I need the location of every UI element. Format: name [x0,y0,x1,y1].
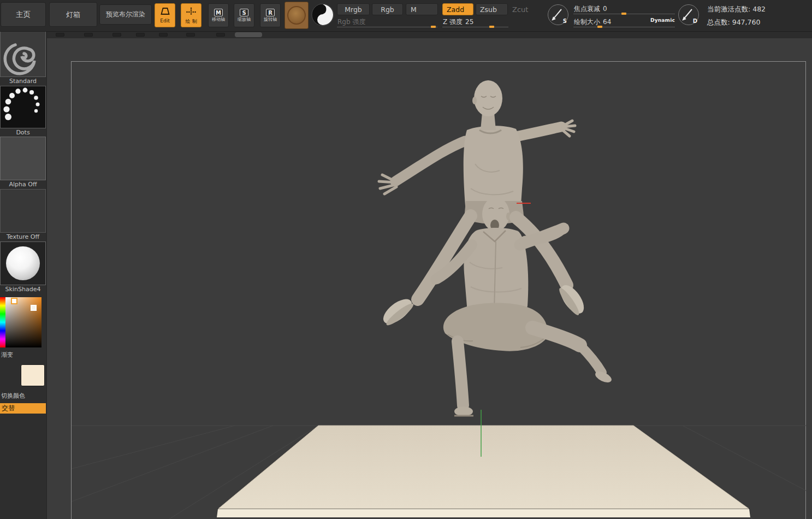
zadd-button[interactable]: Zadd [442,3,473,15]
total-points-count: 总点数: 947,760 [707,18,760,27]
tray-divider-grip[interactable] [112,33,121,37]
alternate-color-button[interactable]: 交替 [0,403,46,414]
brush-selector[interactable]: Standard [0,31,46,85]
draw-size-value: 64 [603,18,611,26]
left-shelf: Standard Dots Alpha Off Texture Off Skin… [0,31,47,519]
z-intensity-value: 25 [465,18,473,26]
upper-figure-head [474,80,502,116]
draw-size-label: 绘制大小64 [574,17,611,27]
rotate-label: 旋转轴 [264,17,277,22]
rotate-gizmo-button[interactable]: R 旋转轴 [260,3,281,27]
m-button[interactable]: M [406,3,438,15]
lightbox-button[interactable]: 灯箱 [49,2,97,27]
z-intensity-knob[interactable] [489,26,494,28]
stroke-name: Dots [0,129,46,136]
edit-icon [159,7,170,17]
picker-cursor[interactable] [31,305,37,311]
brush-s-letter: S [563,18,567,24]
draw-size-track [573,27,675,27]
tray-divider-grip[interactable] [136,33,145,37]
texture-name: Texture Off [0,233,46,240]
home-button[interactable]: 主页 [1,2,46,27]
z-intensity-slider[interactable]: Z 强度25 [442,17,508,28]
rgb-intensity-track [337,27,437,27]
tray-divider-grip[interactable] [56,33,64,37]
alternate-label: 交替 [2,404,15,413]
rgb-intensity-slider[interactable]: Rgb 强度 [337,17,437,28]
brush-alpha-icon [287,6,306,25]
tray-divider-grip[interactable] [159,33,168,37]
draw-size-knob[interactable] [597,26,602,28]
draw-size-slider[interactable]: 绘制大小64 Dynamic [573,17,675,28]
focal-shift-slider[interactable]: 焦点衰减0 [573,4,675,15]
draw-mode-button[interactable]: 绘 制 [181,3,201,27]
edit-mode-button[interactable]: Edit [155,3,175,27]
material-name: SkinShade4 [0,286,46,293]
edit-mode-label: Edit [160,19,169,23]
texture-selector[interactable]: Texture Off [0,189,46,240]
scale-icon: S [240,9,248,16]
preview-boolean-button[interactable]: 预览布尔渲染 [99,4,152,25]
rgb-intensity-label: Rgb 强度 [337,17,365,27]
focal-shift-knob[interactable] [621,13,626,15]
rotate-icon: R [266,9,275,16]
focal-shift-label: 焦点衰减0 [574,4,607,14]
tray-divider-grip[interactable] [84,33,93,37]
z-intensity-label: Z 强度25 [443,17,473,27]
mrgb-button[interactable]: Mrgb [337,3,370,15]
brush-d-letter: D [693,18,697,24]
zsub-button[interactable]: Zsub [476,3,508,15]
standard-brush-icon [1,32,45,76]
stroke-selector[interactable]: Dots [0,86,46,136]
canvas-scrollbar[interactable] [235,32,262,37]
current-material-sphere-icon[interactable] [311,3,334,26]
draw-mode-label: 绘 制 [186,19,197,24]
gradient-label: 渐变 [1,351,13,359]
model-figures [379,80,613,416]
primary-color-swatch[interactable] [11,298,17,304]
rgb-intensity-knob[interactable] [431,26,436,28]
z-intensity-track [442,27,508,27]
zcut-button[interactable]: Zcut [512,5,528,14]
scale-label: 缩放轴 [238,17,251,22]
dynamic-mode-label[interactable]: Dynamic [650,17,675,23]
tray-divider-grip[interactable] [186,33,195,37]
sculpt-brush-s-icon[interactable]: S [548,4,568,25]
material-selector[interactable]: SkinShade4 [0,241,46,293]
brush-name: Standard [0,78,46,85]
draw-crosshair-icon [186,7,197,18]
rgb-button[interactable]: Rgb [372,3,403,15]
hue-strip[interactable] [0,297,5,347]
left-sneaker [379,294,416,328]
scene-3d[interactable] [47,38,812,519]
sandal-foot [454,406,473,416]
focal-shift-value: 0 [603,5,607,13]
move-gizmo-button[interactable]: M 移动轴 [208,3,229,27]
viewport-canvas[interactable] [47,38,812,519]
scale-gizmo-button[interactable]: S 缩放轴 [234,3,254,27]
sculpt-brush-d-icon[interactable]: D [678,4,699,25]
top-toolbar: 主页 灯箱 预览布尔渲染 Edit 绘 制 M 移动轴 S 缩放轴 R 旋转轴 [0,0,812,32]
color-picker[interactable] [0,297,47,347]
current-color-swatch[interactable] [21,364,45,386]
move-icon: M [214,9,223,16]
tray-divider-grip[interactable] [216,33,225,37]
tray-divider-strip [47,31,812,38]
move-label: 移动轴 [212,17,225,22]
alpha-name: Alpha Off [0,181,46,188]
material-sphere-icon [6,246,40,280]
active-points-count: 当前激活点数: 482 [707,5,766,14]
current-brush-preview[interactable] [285,2,309,29]
switch-color-label[interactable]: 切换颜色 [1,392,25,400]
dots-stroke-icon [1,86,45,128]
alpha-selector[interactable]: Alpha Off [0,137,46,188]
